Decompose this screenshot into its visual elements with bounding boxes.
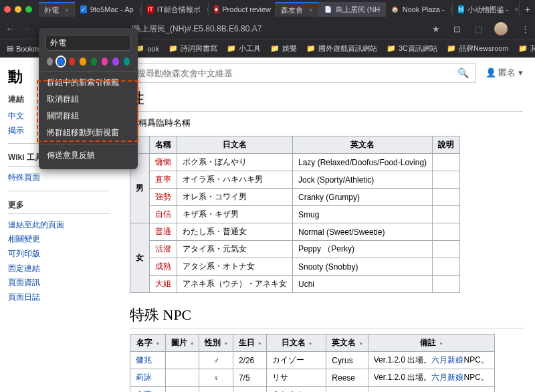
- maximize-window[interactable]: [25, 6, 32, 13]
- tab-group-context-menu: 群組中的新索引標籤取消群組關閉群組將群組移動到新視窗傳送意見反饋: [39, 28, 138, 169]
- personality-table: 名稱日文名英文名說明男慵懶ボク系・ぼんやりLazy (Relaxed/Doofu…: [130, 136, 460, 293]
- extensions-icon[interactable]: ⬚: [474, 24, 482, 34]
- color-option[interactable]: [124, 58, 130, 66]
- bookmark-item[interactable]: 📁 品牌Newsroom: [447, 43, 509, 54]
- color-option[interactable]: [102, 58, 108, 66]
- section-heading-personality: 性: [130, 88, 523, 112]
- browser-tab[interactable]: ITIT綜合情報ポ×: [142, 2, 209, 17]
- favicon: 🏠: [391, 5, 399, 13]
- folder-icon: 📁: [387, 44, 396, 53]
- forward-button[interactable]: →: [21, 23, 31, 34]
- bookmark-item[interactable]: 📁 ook: [135, 43, 159, 54]
- bookmark-item[interactable]: 📁 小工具: [227, 43, 261, 54]
- color-option[interactable]: [47, 58, 53, 66]
- browser-tabbar: 外電×✓9to5Mac - Ap×ITIT綜合情報ポ×●Product revi…: [0, 0, 535, 19]
- color-option[interactable]: [80, 58, 86, 66]
- bookmark-star-icon[interactable]: ★: [432, 24, 440, 34]
- context-menu-item[interactable]: 傳送意見反饋: [45, 147, 131, 164]
- favicon: ✓: [80, 5, 87, 13]
- sidebar-link[interactable]: 特殊頁面: [8, 171, 110, 185]
- browser-tab[interactable]: ●Product review×: [209, 2, 276, 17]
- sidebar-link[interactable]: 連結至此的頁面: [8, 218, 110, 233]
- browser-tab[interactable]: bl小动物图鉴 -×: [453, 2, 520, 17]
- bookmark-item[interactable]: 📁 詩詞與書寫: [169, 43, 217, 54]
- context-menu-item[interactable]: 取消群組: [45, 91, 131, 108]
- color-option[interactable]: [112, 58, 118, 66]
- window-controls: [4, 6, 32, 13]
- bookmark-item[interactable]: 📁 娛樂: [270, 43, 297, 54]
- context-menu-item[interactable]: 群組中的新索引標籤: [45, 74, 131, 91]
- close-tab-icon[interactable]: ×: [309, 7, 313, 14]
- close-tab-icon[interactable]: ×: [65, 7, 69, 14]
- browser-tab[interactable]: 📄島上居民 (NH×: [319, 2, 386, 17]
- other-bookmarks[interactable]: 📁 其他 [我的最愛]: [518, 43, 535, 54]
- wiki-content: 🔍 👤 匿名 ▾ 性 名稱爲臨時名稱 名稱日文名英文名說明男慵懶ボク系・ぼんやり…: [118, 58, 535, 392]
- color-option[interactable]: [58, 58, 64, 66]
- sidebar-link[interactable]: 可列印版: [8, 247, 110, 262]
- close-tab-icon[interactable]: ×: [514, 6, 518, 13]
- bookmark-item[interactable]: 📁 國外遊戲資訊網站: [306, 43, 377, 54]
- favicon: bl: [458, 5, 464, 13]
- group-color-picker: [45, 58, 131, 66]
- reader-icon[interactable]: ⊡: [453, 24, 461, 34]
- sidebar-link[interactable]: 頁面日誌: [8, 290, 110, 305]
- back-button[interactable]: ←: [5, 23, 15, 34]
- favicon: IT: [147, 5, 154, 13]
- browser-tab[interactable]: 外電×: [39, 2, 75, 17]
- browser-tab[interactable]: 🏠Nook Plaza -×: [386, 2, 453, 17]
- search-icon[interactable]: 🔍: [457, 68, 469, 78]
- context-menu-item[interactable]: 關閉群組: [45, 108, 131, 124]
- menu-icon[interactable]: ⋮: [521, 24, 530, 34]
- search-input[interactable]: [137, 68, 457, 78]
- section-heading-npc: 特殊 NPC: [130, 305, 523, 328]
- anon-user[interactable]: 👤 匿名 ▾: [486, 67, 523, 79]
- browser-tab[interactable]: 森友會×: [276, 2, 319, 17]
- close-window[interactable]: [4, 6, 11, 13]
- sidebar-heading-more: 更多: [8, 199, 110, 214]
- folder-icon: 📁: [306, 44, 316, 53]
- new-tab-button[interactable]: +: [520, 4, 535, 15]
- folder-icon: 📁: [447, 44, 456, 53]
- favicon: 📄: [324, 5, 332, 13]
- wiki-search[interactable]: 🔍: [130, 63, 476, 83]
- folder-icon: 📁: [227, 44, 236, 53]
- sidebar-link[interactable]: 相關變更: [8, 232, 110, 247]
- sidebar-link[interactable]: 固定連結: [8, 262, 110, 276]
- minimize-window[interactable]: [15, 6, 21, 13]
- bookmarks-label[interactable]: ▤ Bookm: [7, 44, 39, 53]
- sidebar-link[interactable]: 頁面資訊: [8, 276, 110, 290]
- section-note: 名稱爲臨時名稱: [130, 117, 523, 129]
- favicon: ●: [214, 5, 219, 13]
- group-name-input[interactable]: [45, 35, 131, 51]
- context-menu-item[interactable]: 將群組移動到新視窗: [45, 124, 131, 141]
- color-option[interactable]: [69, 58, 75, 66]
- browser-tab[interactable]: ✓9to5Mac - Ap×: [75, 2, 142, 17]
- color-option[interactable]: [91, 58, 97, 66]
- folder-icon: 📁: [169, 44, 178, 53]
- profile-avatar[interactable]: [494, 22, 508, 35]
- npc-table: 名字 ♦圖片 ♦性別 ♦生日 ♦日文名 ♦英文名 ♦備註 ♦健兆♂2/26カイゾ…: [130, 334, 495, 392]
- folder-icon: 📁: [270, 44, 280, 53]
- bookmark-item[interactable]: 📁 3C資訊網站: [387, 43, 437, 54]
